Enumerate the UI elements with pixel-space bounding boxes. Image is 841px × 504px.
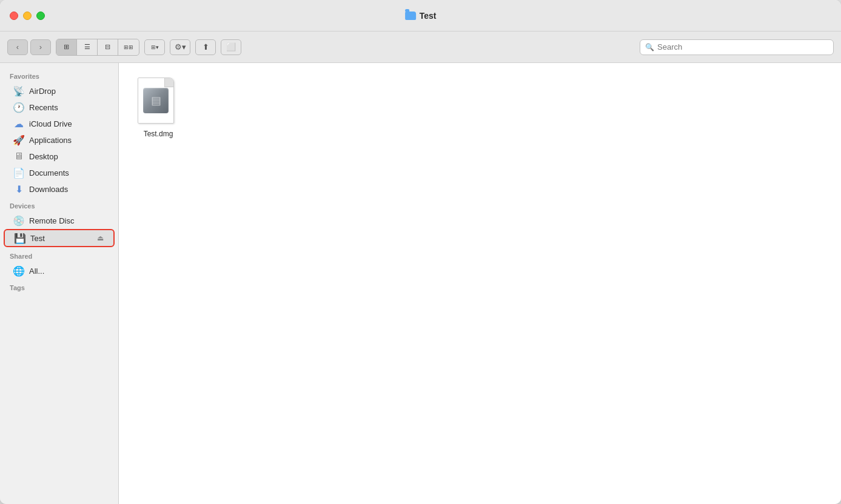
- titlebar-center: Test: [405, 11, 437, 21]
- recents-icon: 🕐: [13, 102, 24, 113]
- devices-section-header: Devices: [0, 197, 118, 212]
- gallery-view-icon: ⊞⊞: [124, 44, 133, 50]
- gear-icon: ⚙▾: [175, 42, 186, 51]
- drive-icon: 💾: [15, 233, 25, 244]
- file-view: Test.dmg: [119, 63, 841, 504]
- sidebar-item-label: Remote Disc: [29, 216, 105, 225]
- sidebar-item-remote-disc[interactable]: 💿 Remote Disc: [4, 213, 115, 228]
- sidebar-item-airdrop[interactable]: 📡 AirDrop: [4, 83, 115, 99]
- dmg-inner-icon: [143, 88, 169, 113]
- back-icon: ‹: [16, 42, 19, 51]
- gallery-view-button[interactable]: ⊞⊞: [118, 39, 139, 55]
- search-input[interactable]: [657, 42, 828, 51]
- icon-view-icon: ⊞: [64, 43, 69, 51]
- sidebar-item-downloads[interactable]: ⬇ Downloads: [4, 181, 115, 197]
- maximize-button[interactable]: [36, 12, 45, 20]
- toolbar: ‹ › ⊞ ☰ ⊟ ⊞⊞ ⊞▾ ⚙▾ ⬆: [0, 31, 841, 63]
- sidebar-item-test[interactable]: 💾 Test ⏏: [4, 229, 115, 247]
- search-icon: 🔍: [645, 43, 654, 51]
- sidebar-item-label: AirDrop: [29, 87, 105, 96]
- titlebar: Test: [0, 0, 841, 31]
- shared-section-header: Shared: [0, 248, 118, 262]
- desktop-icon: 🖥: [13, 151, 24, 162]
- sidebar-item-label: All...: [29, 267, 105, 276]
- tag-icon: ⬜: [226, 42, 236, 51]
- sidebar-item-icloud[interactable]: ☁ iCloud Drive: [4, 116, 115, 131]
- sidebar-item-applications[interactable]: 🚀 Applications: [4, 132, 115, 148]
- airdrop-icon: 📡: [13, 85, 24, 96]
- sidebar-item-label: Downloads: [29, 185, 105, 194]
- group-button[interactable]: ⊞▾: [144, 39, 165, 55]
- downloads-icon: ⬇: [13, 184, 24, 194]
- forward-icon: ›: [39, 42, 42, 51]
- back-button[interactable]: ‹: [7, 39, 28, 55]
- sidebar-item-label: Applications: [29, 136, 105, 145]
- tag-button[interactable]: ⬜: [221, 39, 241, 55]
- column-view-icon: ⊟: [105, 43, 110, 51]
- file-item-test-dmg[interactable]: Test.dmg: [131, 75, 186, 141]
- minimize-button[interactable]: [23, 12, 32, 20]
- sidebar: Favorites 📡 AirDrop 🕐 Recents ☁ iCloud D…: [0, 63, 119, 504]
- sidebar-item-label: Documents: [29, 168, 105, 177]
- favorites-section-header: Favorites: [0, 68, 118, 82]
- documents-icon: 📄: [13, 167, 24, 178]
- share-icon: ⬆: [203, 42, 209, 51]
- dmg-paper: [138, 78, 174, 124]
- sidebar-item-recents[interactable]: 🕐 Recents: [4, 99, 115, 115]
- icon-view-button[interactable]: ⊞: [56, 39, 77, 55]
- sidebar-item-label: Recents: [29, 103, 105, 112]
- sidebar-item-desktop[interactable]: 🖥 Desktop: [4, 148, 115, 164]
- sidebar-item-all-shared[interactable]: 🌐 All...: [4, 263, 115, 279]
- list-view-button[interactable]: ☰: [77, 39, 98, 55]
- column-view-button[interactable]: ⊟: [98, 39, 118, 55]
- sidebar-item-label: Test: [30, 234, 92, 243]
- tags-section-header: Tags: [0, 279, 118, 294]
- share-button[interactable]: ⬆: [195, 39, 216, 55]
- icloud-icon: ☁: [13, 118, 24, 129]
- sidebar-item-label: iCloud Drive: [29, 119, 105, 128]
- remote-disc-icon: 💿: [13, 215, 24, 226]
- close-button[interactable]: [10, 12, 18, 20]
- view-mode-group: ⊞ ☰ ⊟ ⊞⊞: [56, 39, 139, 56]
- forward-button[interactable]: ›: [30, 39, 51, 55]
- search-bar[interactable]: 🔍: [640, 39, 834, 55]
- action-button[interactable]: ⚙▾: [170, 39, 190, 55]
- nav-buttons: ‹ ›: [7, 39, 51, 55]
- group-icon: ⊞▾: [151, 44, 159, 50]
- main-content: Favorites 📡 AirDrop 🕐 Recents ☁ iCloud D…: [0, 63, 841, 504]
- traffic-lights: [10, 12, 45, 20]
- sidebar-item-documents[interactable]: 📄 Documents: [4, 165, 115, 181]
- list-view-icon: ☰: [84, 43, 90, 51]
- window-title: Test: [420, 11, 437, 21]
- finder-window: Test ‹ › ⊞ ☰ ⊟ ⊞⊞ ⊞▾: [0, 0, 841, 504]
- file-name: Test.dmg: [144, 130, 173, 138]
- folder-icon: [405, 12, 416, 20]
- eject-button[interactable]: ⏏: [97, 234, 104, 242]
- sidebar-item-label: Desktop: [29, 152, 105, 161]
- shared-icon: 🌐: [13, 265, 24, 276]
- dmg-icon: [138, 78, 179, 126]
- applications-icon: 🚀: [13, 134, 24, 145]
